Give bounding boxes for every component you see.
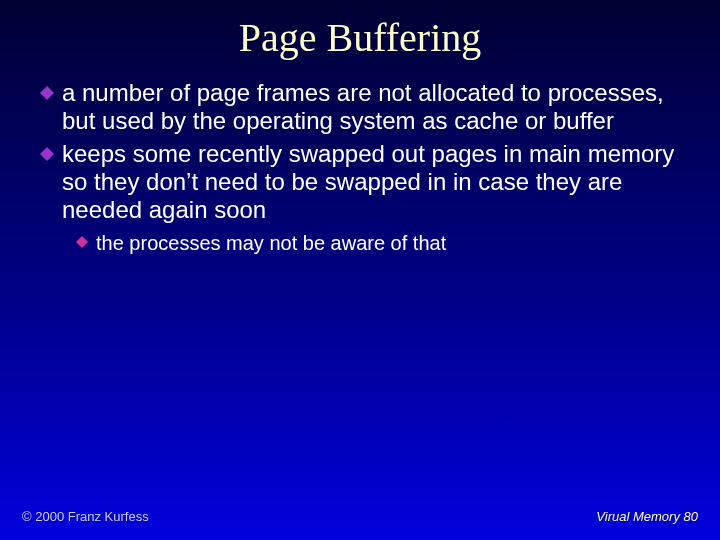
svg-marker-2 bbox=[76, 236, 88, 248]
bullet-text: a number of page frames are not allocate… bbox=[62, 79, 690, 136]
bullet-item: a number of page frames are not allocate… bbox=[40, 79, 690, 136]
copyright-text: © 2000 Franz Kurfess bbox=[22, 509, 149, 524]
slide-content: a number of page frames are not allocate… bbox=[0, 79, 720, 256]
svg-marker-0 bbox=[40, 86, 54, 100]
diamond-bullet-icon bbox=[76, 236, 88, 248]
sub-bullet-item: the processes may not be aware of that bbox=[76, 231, 690, 256]
slide-footer: © 2000 Franz Kurfess Virual Memory 80 bbox=[0, 509, 720, 524]
bullet-text: keeps some recently swapped out pages in… bbox=[62, 140, 690, 225]
slide-title: Page Buffering bbox=[0, 0, 720, 79]
page-info-text: Virual Memory 80 bbox=[596, 509, 698, 524]
diamond-bullet-icon bbox=[40, 86, 54, 100]
diamond-bullet-icon bbox=[40, 147, 54, 161]
bullet-item: keeps some recently swapped out pages in… bbox=[40, 140, 690, 225]
sub-bullet-text: the processes may not be aware of that bbox=[96, 231, 690, 256]
svg-marker-1 bbox=[40, 147, 54, 161]
slide: Page Buffering a number of page frames a… bbox=[0, 0, 720, 540]
